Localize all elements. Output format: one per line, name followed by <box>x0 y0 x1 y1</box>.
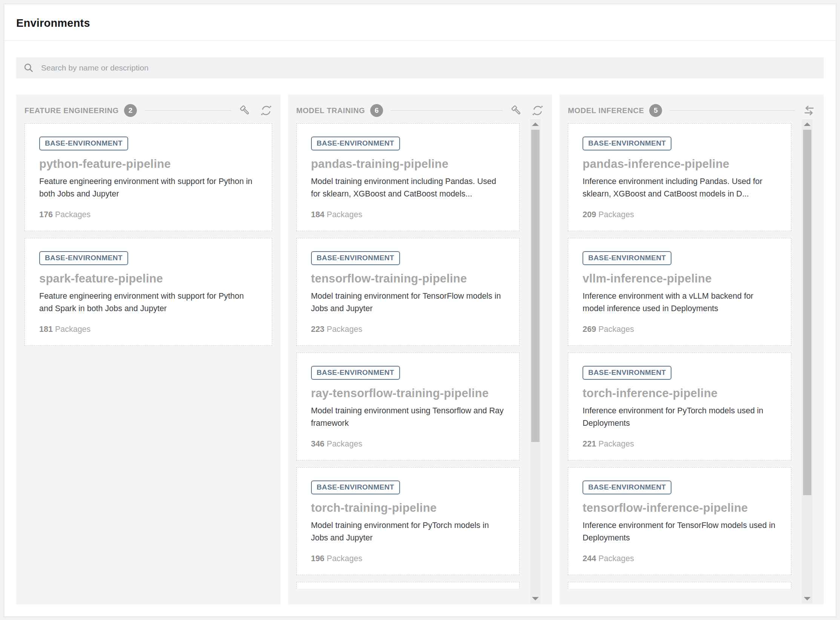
environment-card[interactable]: BASE-ENVIRONMENT tensorflow-inference-pi… <box>568 467 791 575</box>
swap-horizontal-icon[interactable] <box>803 104 815 117</box>
page-title: Environments <box>16 16 824 30</box>
base-environment-badge: BASE-ENVIRONMENT <box>39 251 128 265</box>
environments-panel: Environments FEATURE ENGINEERING 2 <box>4 4 836 617</box>
environment-title: vllm-inference-pipeline <box>582 271 777 286</box>
column-header: MODEL INFERENCE 5 <box>568 102 815 119</box>
column-title: MODEL TRAINING <box>296 106 365 115</box>
column-header-icons <box>239 104 272 117</box>
next-card-peek[interactable] <box>568 582 791 589</box>
packages-label: Packages <box>327 210 362 219</box>
column-header-icons <box>510 104 544 117</box>
packages-count: 181 <box>39 325 53 334</box>
environment-title: tensorflow-training-pipeline <box>311 271 505 286</box>
scrollbar-thumb[interactable] <box>531 130 540 442</box>
packages-row: 221Packages <box>582 439 777 449</box>
packages-count: 184 <box>311 210 325 219</box>
environment-description: Model training environment for TensorFlo… <box>311 290 505 315</box>
packages-count: 244 <box>582 554 596 563</box>
environment-description: Model training environment using Tensorf… <box>311 405 505 430</box>
packages-label: Packages <box>55 325 90 334</box>
gavel-icon[interactable] <box>239 104 251 117</box>
next-card-peek[interactable] <box>296 582 520 589</box>
packages-row: 196Packages <box>311 554 505 563</box>
card-list: BASE-ENVIRONMENT pandas-inference-pipeli… <box>568 123 791 575</box>
environment-card[interactable]: BASE-ENVIRONMENT tensorflow-training-pip… <box>296 238 520 346</box>
page-header: Environments <box>4 4 836 41</box>
base-environment-badge: BASE-ENVIRONMENT <box>311 366 400 380</box>
packages-row: 184Packages <box>311 210 505 219</box>
sync-icon[interactable] <box>532 104 544 117</box>
environment-card[interactable]: BASE-ENVIRONMENT vllm-inference-pipeline… <box>568 238 791 346</box>
base-environment-badge: BASE-ENVIRONMENT <box>311 480 400 494</box>
packages-row: 181Packages <box>39 325 258 334</box>
base-environment-badge: BASE-ENVIRONMENT <box>311 251 400 265</box>
environment-card[interactable]: BASE-ENVIRONMENT ray-tensorflow-training… <box>296 353 520 460</box>
base-environment-badge: BASE-ENVIRONMENT <box>582 251 671 265</box>
packages-label: Packages <box>327 439 362 448</box>
environment-description: Inference environment including Pandas. … <box>582 175 777 200</box>
search-input[interactable] <box>40 63 817 73</box>
environment-description: Inference environment for TensorFlow mod… <box>582 519 777 544</box>
environment-title: tensorflow-inference-pipeline <box>582 500 777 516</box>
environment-description: Feature engineering environment with sup… <box>39 175 258 200</box>
packages-count: 196 <box>311 554 325 563</box>
base-environment-badge: BASE-ENVIRONMENT <box>582 137 671 150</box>
column-title: MODEL INFERENCE <box>568 106 644 115</box>
column-model-inference: MODEL INFERENCE 5 BASE-ENVIRONMENT <box>559 95 824 605</box>
packages-count: 269 <box>582 325 596 334</box>
scroll-up-arrow-icon[interactable] <box>530 120 541 128</box>
packages-label: Packages <box>327 325 362 334</box>
column-scrollbar[interactable] <box>802 119 812 603</box>
environment-title: torch-inference-pipeline <box>582 386 777 401</box>
environment-card[interactable]: BASE-ENVIRONMENT torch-training-pipeline… <box>296 467 520 575</box>
environment-card[interactable]: BASE-ENVIRONMENT pandas-training-pipelin… <box>296 123 520 231</box>
packages-row: 209Packages <box>582 210 777 219</box>
column-count-badge: 6 <box>370 104 383 117</box>
packages-label: Packages <box>598 554 634 563</box>
packages-label: Packages <box>598 210 634 219</box>
packages-label: Packages <box>55 210 90 219</box>
packages-count: 176 <box>39 210 53 219</box>
environment-description: Model training environment for PyTorch m… <box>311 519 505 544</box>
card-list: BASE-ENVIRONMENT pandas-training-pipelin… <box>296 123 520 575</box>
column-header-rule <box>670 110 795 111</box>
column-model-training: MODEL TRAINING 6 <box>288 95 552 605</box>
environment-title: pandas-inference-pipeline <box>582 157 777 172</box>
column-title: FEATURE ENGINEERING <box>25 106 119 115</box>
packages-row: 176Packages <box>39 210 258 219</box>
scrollbar-thumb[interactable] <box>803 130 811 495</box>
packages-row: 346Packages <box>311 439 505 449</box>
environment-card[interactable]: BASE-ENVIRONMENT python-feature-pipeline… <box>25 123 272 231</box>
column-count-badge: 5 <box>649 104 662 117</box>
packages-count: 346 <box>311 439 325 448</box>
environment-title: spark-feature-pipeline <box>39 271 258 286</box>
packages-label: Packages <box>598 325 634 334</box>
packages-label: Packages <box>327 554 362 563</box>
packages-count: 223 <box>311 325 325 334</box>
gavel-icon[interactable] <box>510 104 523 117</box>
column-count-badge: 2 <box>124 104 137 117</box>
base-environment-badge: BASE-ENVIRONMENT <box>582 480 671 494</box>
scroll-down-arrow-icon[interactable] <box>802 594 812 603</box>
environment-card[interactable]: BASE-ENVIRONMENT pandas-inference-pipeli… <box>568 123 791 231</box>
environment-description: Inference environment for PyTorch models… <box>582 405 777 430</box>
environment-description: Feature engineering environment with sup… <box>39 290 258 315</box>
column-scrollbar[interactable] <box>530 119 541 603</box>
packages-row: 223Packages <box>311 325 505 334</box>
base-environment-badge: BASE-ENVIRONMENT <box>39 137 128 150</box>
sync-icon[interactable] <box>260 104 272 117</box>
environment-title: pandas-training-pipeline <box>311 157 505 172</box>
packages-row: 244Packages <box>582 554 777 563</box>
environment-title: torch-training-pipeline <box>311 500 505 516</box>
environment-card[interactable]: BASE-ENVIRONMENT torch-inference-pipelin… <box>568 353 791 460</box>
search-bar <box>16 57 824 78</box>
packages-row: 269Packages <box>582 325 777 334</box>
packages-count: 221 <box>582 439 596 448</box>
scroll-down-arrow-icon[interactable] <box>530 594 541 603</box>
packages-count: 209 <box>582 210 596 219</box>
base-environment-badge: BASE-ENVIRONMENT <box>311 137 400 150</box>
environment-card[interactable]: BASE-ENVIRONMENT spark-feature-pipeline … <box>25 238 272 346</box>
packages-label: Packages <box>598 439 634 448</box>
scroll-up-arrow-icon[interactable] <box>802 120 812 128</box>
environment-description: Inference environment with a vLLM backen… <box>582 290 777 315</box>
